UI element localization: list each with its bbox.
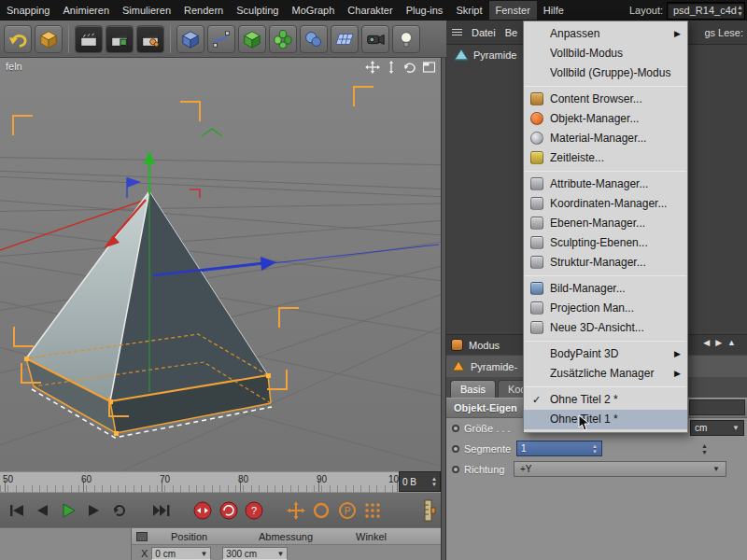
layout-dropdown[interactable]: psd_R14_c4d ▲▼ <box>667 2 745 20</box>
segmente-row-stepper[interactable]: ▲▼ <box>701 442 708 455</box>
menu-item-ohne-titel-1[interactable]: Ohne Titel 1 * <box>524 410 687 429</box>
current-frame-field[interactable]: 0 B ▲▼ <box>399 471 441 492</box>
scale-ring-icon <box>312 501 331 520</box>
menubar-item-rendern[interactable]: Rendern <box>177 1 230 20</box>
menubar-item-snapping[interactable]: Snapping <box>0 1 57 20</box>
position-x-input[interactable]: 0 cm ▼ <box>151 547 211 560</box>
menu-item-neue-3d-ansicht[interactable]: Neue 3D-Ansicht... <box>524 318 687 338</box>
om-menu-right-fragment[interactable]: gs Lese: <box>704 27 743 38</box>
play-button[interactable] <box>57 499 79 522</box>
model-tool-button[interactable] <box>35 25 63 53</box>
record-scale-toggle[interactable] <box>310 499 332 522</box>
panel-menu-icon[interactable] <box>452 27 462 37</box>
size-x-dropdown-icon[interactable]: ▼ <box>276 550 284 558</box>
menu-item-ebenen-manager[interactable]: Ebenen-Manager... <box>524 214 687 233</box>
attribute-menu-modus[interactable]: Modus <box>469 340 500 351</box>
segmente-input[interactable]: 1 ▲▼ <box>516 441 602 456</box>
record-position-toggle[interactable] <box>285 499 307 522</box>
menu-item-bild-manager[interactable]: Bild-Manager... <box>524 279 687 299</box>
viewport[interactable]: feln <box>0 58 441 471</box>
attr-row-richtung: Richtung +Y ▼ <box>446 459 747 480</box>
step-forward-button[interactable] <box>83 499 106 522</box>
menubar-item-sculpting[interactable]: Sculpting <box>230 1 285 20</box>
menu-item-vollbild-gruppe-modus[interactable]: Vollbild (Gruppe)-Modus <box>524 63 687 83</box>
menu-item-attribute-manager[interactable]: Attribute-Manager... <box>524 175 687 194</box>
menubar-item-simulieren[interactable]: Simulieren <box>116 1 177 20</box>
menubar-item-skript[interactable]: Skript <box>449 1 488 20</box>
add-spline-button[interactable] <box>207 25 235 53</box>
menu-item-koordinaten-manager[interactable]: Koordinaten-Manager... <box>524 194 687 214</box>
bild-manager-icon <box>530 282 543 295</box>
menubar-item-mograph[interactable]: MoGraph <box>285 1 341 20</box>
pan-view-icon[interactable] <box>365 61 380 74</box>
render-settings-button[interactable] <box>136 25 164 53</box>
menubar-item-fenster[interactable]: Fenster <box>489 1 537 20</box>
menu-item-zeitleiste[interactable]: Zeitleiste... <box>524 148 687 168</box>
position-x-dropdown-icon[interactable]: ▼ <box>200 550 207 558</box>
size-x-input[interactable]: 300 cm ▼ <box>222 547 288 560</box>
richtung-dropdown[interactable]: +Y ▼ <box>514 461 726 477</box>
menu-item-material-manager[interactable]: Material-Manager... <box>524 129 687 148</box>
menu-item-objekt-manager[interactable]: Objekt-Manager... <box>524 109 687 129</box>
timeline-ruler[interactable]: 50 60 70 80 90 100 <box>0 471 399 492</box>
groesse-unit-dropdown[interactable]: cm ▼ <box>690 420 744 436</box>
add-metaball-button[interactable] <box>300 25 328 53</box>
struktur-manager-icon <box>530 256 543 269</box>
menubar-item-plugins[interactable]: Plug-ins <box>400 1 450 20</box>
clapperboard-picture-icon <box>109 29 130 49</box>
record-parameter-toggle[interactable]: P <box>336 499 359 522</box>
record-objects-button[interactable] <box>191 499 214 522</box>
record-point-level-toggle[interactable] <box>361 499 384 522</box>
segmente-stepper-icon[interactable]: ▲▼ <box>592 443 598 455</box>
zoom-view-icon[interactable] <box>386 61 397 74</box>
menu-item-struktur-manager[interactable]: Struktur-Manager... <box>524 253 687 273</box>
menu-item-anpassen[interactable]: Anpassen ▶ <box>524 24 687 44</box>
keyframe-dot-richtung[interactable] <box>452 466 459 473</box>
menu-item-projection-man[interactable]: Projection Man... <box>524 299 687 318</box>
render-picture-viewer-button[interactable] <box>106 25 134 53</box>
panel-splitter[interactable] <box>441 21 446 560</box>
add-floor-button[interactable] <box>331 25 359 53</box>
pyramide-attr-icon <box>452 360 465 372</box>
frame-stepper-icon[interactable]: ▲▼ <box>431 476 437 487</box>
attribute-mode-icon <box>451 339 463 351</box>
tab-basis[interactable]: Basis <box>450 380 496 398</box>
om-menu-bearbeiten[interactable]: Be <box>505 27 517 38</box>
add-light-button[interactable] <box>392 25 420 53</box>
attribute-scroll-arrows[interactable]: ◀▶▲ <box>703 338 741 347</box>
toolbar-separator <box>170 25 171 53</box>
timeline-ruler-tool[interactable] <box>418 499 441 522</box>
menu-item-ohne-titel-2[interactable]: ✓ Ohne Titel 2 * <box>524 390 687 410</box>
go-to-start-button[interactable] <box>6 499 28 522</box>
add-camera-button[interactable] <box>361 25 389 53</box>
header-abmessung[interactable]: Abmessung <box>259 531 313 542</box>
menubar-item-hilfe[interactable]: Hilfe <box>537 1 571 20</box>
header-winkel[interactable]: Winkel <box>356 531 387 542</box>
cube-primitive-icon <box>180 29 201 49</box>
menubar-item-charakter[interactable]: Charakter <box>341 1 399 20</box>
undo-button[interactable] <box>4 25 32 53</box>
go-to-end-button[interactable] <box>150 499 173 522</box>
add-cloner-button[interactable] <box>269 25 297 53</box>
keyframe-selection-button[interactable]: ? <box>243 499 265 522</box>
menubar-item-animieren[interactable]: Animieren <box>57 1 117 20</box>
rotate-view-icon[interactable] <box>402 61 416 74</box>
objekt-manager-icon <box>530 112 543 125</box>
om-menu-datei[interactable]: Datei <box>472 27 496 38</box>
menu-item-content-browser[interactable]: Content Browser... <box>524 90 687 109</box>
add-cube-button[interactable] <box>176 25 204 53</box>
add-subdivision-surface-button[interactable] <box>238 25 266 53</box>
keyframe-dot-segmente[interactable] <box>452 445 459 453</box>
keyframe-dot-groesse[interactable] <box>452 425 459 432</box>
step-back-button[interactable] <box>32 499 54 522</box>
autokey-button[interactable] <box>218 499 240 522</box>
menu-item-bodypaint-3d[interactable]: BodyPaint 3D ▶ <box>524 344 687 364</box>
header-position[interactable]: Position <box>171 531 207 542</box>
render-view-button[interactable] <box>75 25 103 53</box>
maximize-view-icon[interactable] <box>422 61 436 74</box>
coordinates-panel-icon[interactable] <box>136 532 148 541</box>
play-mode-button[interactable] <box>108 499 131 522</box>
menu-item-vollbild-modus[interactable]: Vollbild-Modus <box>524 44 687 63</box>
menu-item-sculpting-ebenen[interactable]: Sculpting-Ebenen... <box>524 233 687 253</box>
menu-item-zusaetzliche-manager[interactable]: Zusätzliche Manager ▶ <box>524 364 687 384</box>
